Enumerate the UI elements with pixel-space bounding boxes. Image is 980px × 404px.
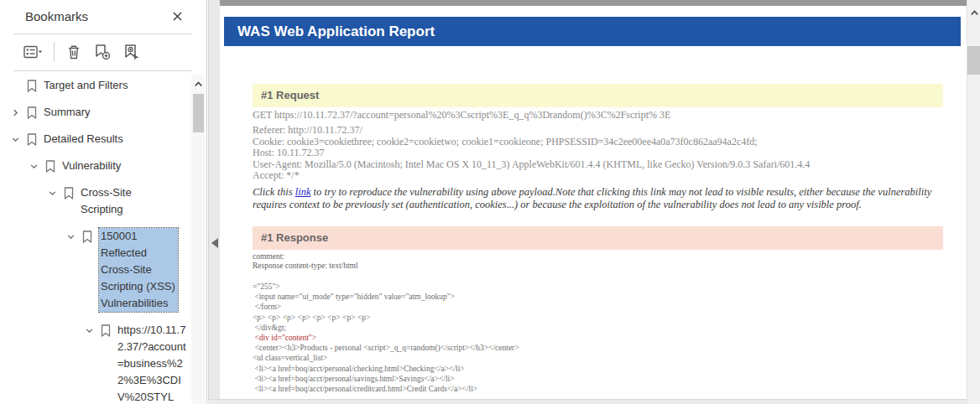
bookmarks-tree: Target and FiltersSummaryDetailed Result… — [0, 77, 190, 404]
code-line: <ul class=vertical_list> — [253, 353, 519, 363]
new-bookmark-icon[interactable] — [93, 44, 112, 60]
bookmark-icon — [25, 131, 39, 148]
code-line: <p> <p> <p> <p> <p> <p> <p> <p> — [253, 313, 519, 323]
request-section-label: #1 Request — [253, 84, 943, 107]
collapse-panel-button[interactable] — [211, 238, 218, 248]
toolbar-divider — [13, 70, 191, 71]
code-line: <input name="ui_mode" type="hidden" valu… — [253, 292, 519, 302]
request-headers: Referer: http://10.11.72.37/Cookie: cook… — [253, 125, 810, 182]
scroll-up-icon[interactable] — [194, 80, 203, 88]
bookmark-label: Cross-Site Scripting — [81, 184, 156, 218]
code-line: <li><a href=boq/acct/personal/savings.ht… — [253, 374, 519, 384]
delete-bookmark-icon[interactable] — [65, 44, 82, 60]
chevron-down-icon[interactable] — [60, 228, 81, 245]
bookmark-icon — [44, 158, 57, 174]
bookmark-label: Detailed Results — [44, 131, 123, 148]
reproduce-note: Click this link to try to reproduce the … — [253, 186, 943, 210]
main-scrollbar-thumb[interactable] — [967, 46, 980, 75]
main-scrollbar[interactable] — [967, 0, 980, 404]
chevron-down-icon[interactable] — [23, 158, 44, 174]
chevron-spacer — [5, 77, 25, 94]
code-line: <div id="content"> — [253, 333, 519, 343]
response-code: ="255"> <input name="ui_mode" type="hidd… — [253, 282, 519, 394]
document-view: WAS Web Application Report #1 Request GE… — [220, 0, 967, 404]
reproduce-link[interactable]: link — [295, 186, 311, 198]
request-header-line: User-Agent: Mozilla/5.0 (Macintosh; Inte… — [253, 159, 810, 171]
chevron-down-icon[interactable] — [5, 131, 25, 148]
bookmark-icon — [25, 104, 39, 121]
bookmark-icon — [81, 228, 94, 245]
document-top-edge — [220, 0, 967, 6]
bookmark-item[interactable]: Cross-Site Scripting — [0, 184, 190, 218]
response-meta-line: Response content-type: text/html — [253, 262, 358, 271]
request-section-header: #1 Request — [253, 84, 943, 107]
bookmark-icon — [99, 322, 112, 339]
response-section-header: #1 Response — [253, 226, 943, 250]
bookmark-label: 150001 Reflected Cross-Site Scripting (X… — [99, 228, 178, 312]
bookmark-item[interactable]: 150001 Reflected Cross-Site Scripting (X… — [0, 228, 190, 312]
panel-title: Bookmarks — [25, 9, 88, 23]
bookmarks-toolbar — [23, 39, 141, 65]
locate-bookmark-icon[interactable] — [122, 44, 141, 60]
response-meta: comment:Response content-type: text/html — [253, 252, 358, 271]
report-title: WAS Web Application Report — [224, 17, 961, 46]
code-line: <center><h3>Products - personal <script>… — [253, 343, 519, 353]
bookmark-options-icon[interactable] — [23, 45, 43, 59]
chevron-down-icon[interactable] — [42, 184, 62, 201]
bookmark-icon — [25, 77, 39, 94]
toolbar-separator — [54, 42, 55, 62]
chevron-down-icon[interactable] — [79, 322, 99, 339]
bookmark-icon — [62, 184, 76, 201]
sidebar-scrollbar-thumb[interactable] — [193, 94, 204, 132]
request-header-line: Referer: http://10.11.72.37/ — [253, 125, 810, 137]
bookmark-item[interactable]: Detailed Results — [0, 131, 190, 148]
note-prefix: Click this — [253, 186, 295, 198]
chevron-right-icon[interactable] — [5, 104, 25, 121]
bookmark-label: Summary — [44, 104, 91, 121]
request-header-line: Accept: */* — [253, 170, 810, 182]
sidebar-scrollbar[interactable] — [191, 75, 206, 404]
bookmark-label: Vulnerability — [62, 158, 121, 174]
code-line: ="255"> — [253, 282, 519, 292]
code-line: </div&gt; — [253, 323, 519, 333]
close-icon — [172, 11, 183, 22]
scroll-up-icon[interactable] — [970, 9, 979, 17]
bookmark-item[interactable]: Vulnerability — [0, 158, 190, 174]
response-section-label: #1 Response — [253, 226, 943, 250]
response-meta-line: comment: — [253, 252, 358, 262]
bookmark-item[interactable]: Summary — [0, 104, 190, 121]
close-panel-button[interactable] — [172, 11, 183, 22]
code-line: <li><a href=boq/acct/personal/checking.h… — [253, 364, 519, 374]
bookmark-label: https://10.11.72.37/?account=business%22… — [117, 322, 190, 404]
horizontal-scrollbar-track[interactable] — [208, 399, 967, 404]
bookmarks-panel-header: Bookmarks — [0, 0, 206, 34]
request-header-line: Cookie: cookie3=cookiethree; cookie2=coo… — [253, 137, 810, 148]
code-line: <li><a href=boq/acct/personal/creditcard… — [253, 384, 519, 394]
note-suffix: to try to reproduce the vulnerability us… — [253, 186, 931, 210]
request-header-line: Host: 10.11.72.37 — [253, 148, 810, 159]
bookmarks-panel: Bookmarks Target and FiltersSummaryDetai… — [0, 0, 207, 404]
header-divider — [13, 34, 191, 34]
panel-splitter[interactable] — [208, 0, 220, 404]
request-line: GET https://10.11.72.37/?account=persona… — [253, 109, 670, 122]
report-title-band: WAS Web Application Report — [224, 17, 961, 46]
code-line: </form> — [253, 302, 519, 312]
bookmark-item[interactable]: Target and Filters — [0, 77, 190, 94]
bookmark-item[interactable]: https://10.11.72.37/?account=business%22… — [0, 322, 190, 404]
bookmark-label: Target and Filters — [44, 77, 128, 94]
